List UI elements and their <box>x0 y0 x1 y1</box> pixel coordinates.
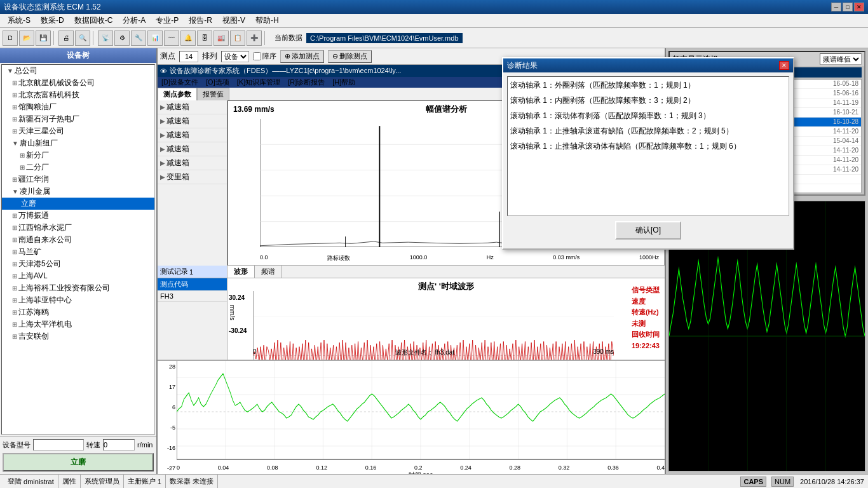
waveform-title: 测点' '时域波形 <box>227 278 665 292</box>
file-date: 14-11-20 <box>833 156 858 164</box>
db-btn[interactable]: 🗄 <box>197 30 212 46</box>
tree-item-21[interactable]: ⊞ 上海太平洋机电 <box>2 318 154 330</box>
tree-item-11[interactable]: 立磨 <box>2 198 154 210</box>
tree-item-2[interactable]: ⊞ 北京杰富精机科技 <box>2 89 154 101</box>
tree-item-22[interactable]: ⊞ 吉安联创 <box>2 330 154 342</box>
menu-report[interactable]: 报告-R <box>184 14 217 27</box>
file-date: 14-11-20 <box>833 147 858 154</box>
del-point-btn[interactable]: ⊖ 删除测点 <box>328 50 372 63</box>
tree-item-7[interactable]: ⊞ 新分厂 <box>2 149 154 161</box>
y-tick-5: -27 <box>159 465 175 471</box>
menu-analysis[interactable]: 分析-A <box>118 14 151 27</box>
fdes-menu-device[interactable]: [D]设备文件 <box>158 77 202 88</box>
tree-item-8[interactable]: ⊞ 二分厂 <box>2 161 154 173</box>
expert-btn[interactable]: 🏭 <box>214 30 229 46</box>
close-btn[interactable]: ✕ <box>854 3 864 11</box>
tab-param[interactable]: 测点参数 <box>158 88 197 100</box>
tree-item-19[interactable]: ⊞ 上海菲亚特中心 <box>2 294 154 306</box>
dialog-close-btn[interactable]: ✕ <box>779 61 789 70</box>
diagnosis-item-4: 滚动轴承 1：止推轴承滚动体有缺陷（匹配故障频率数：1；规则 6） <box>510 140 786 152</box>
device-label: 减速箱 <box>166 130 189 140</box>
menu-system[interactable]: 系统-S <box>3 14 36 27</box>
file-date: 16-05-18 <box>833 80 858 88</box>
new-btn[interactable]: 🗋 <box>3 30 18 46</box>
fdes-menu-report[interactable]: [R]诊断报告 <box>284 77 329 88</box>
time-chart: 28 17 6 -5 -16 -27 <box>158 360 665 474</box>
minimize-btn[interactable]: ─ <box>831 3 841 11</box>
tree-item-18[interactable]: ⊞ 上海裕科工业投资有限公司 <box>2 282 154 294</box>
tree-item-20[interactable]: ⊞ 江苏海鸥 <box>2 306 154 318</box>
tree-item-9[interactable]: ⊞ 疆江华润 <box>2 173 154 186</box>
chart-btn[interactable]: 📊 <box>147 30 163 46</box>
config-btn[interactable]: 🔧 <box>131 30 146 46</box>
tree-item-13[interactable]: ⊞ 江西锦承水泥厂 <box>2 222 154 234</box>
sort-select[interactable]: 设备 测点 <box>221 51 249 62</box>
sep1 <box>53 31 56 45</box>
tree-item-5[interactable]: ⊞ 天津三星公司 <box>2 125 154 137</box>
freq-select[interactable]: 频谱峰值 全部频率 <box>820 53 862 65</box>
tree-label: 北京杰富精机科技 <box>18 90 79 100</box>
tree-item-10[interactable]: ▼ 凌川金属 <box>2 186 154 198</box>
menu-datarecovery[interactable]: 数据回收-C <box>69 14 118 27</box>
measure-list-item-1[interactable]: FH3 <box>158 291 227 302</box>
x-1: 0.04 <box>218 464 229 471</box>
fdes-menu-kb[interactable]: [K]知识库管理 <box>233 77 284 88</box>
device-row-4[interactable]: ▶ 减速箱 <box>158 156 227 170</box>
device-row-0[interactable]: ▶ 减速箱 <box>158 100 227 114</box>
add-icon: ⊕ <box>285 52 290 60</box>
preview-btn[interactable]: 🔍 <box>75 30 90 46</box>
fdes-menu-help[interactable]: [H]帮助 <box>329 77 359 88</box>
signal-time-value: 19:22:43 <box>632 341 660 352</box>
device-btn[interactable]: ⚙ <box>114 30 130 46</box>
speed-label: 转速 <box>86 440 100 450</box>
tree-item-3[interactable]: ⊞ 馆陶粮油厂 <box>2 101 154 113</box>
device-row-5[interactable]: ▶ 变里箱 <box>158 170 227 184</box>
menu-help[interactable]: 帮助-H <box>250 14 284 27</box>
tree-item-15[interactable]: ⊞ 马兰矿 <box>2 246 154 258</box>
dialog-confirm-btn[interactable]: 确认[O] <box>615 221 681 240</box>
fault-checkbox[interactable] <box>253 52 261 60</box>
measure-list-item-0[interactable]: 测点代码 <box>158 278 227 291</box>
report-btn[interactable]: 📋 <box>230 30 245 46</box>
device-type-input[interactable] <box>33 439 84 451</box>
x-6: 0.24 <box>460 464 471 471</box>
tree-item-6[interactable]: ▼ 唐山新纽厂 <box>2 137 154 149</box>
y-unit-label: mm/s <box>229 305 236 320</box>
collect-btn[interactable]: 📡 <box>98 30 113 46</box>
tree-item-4[interactable]: ⊞ 新疆石河子热电厂 <box>2 113 154 125</box>
tab-alarm[interactable]: 报警值 <box>197 88 229 100</box>
tab-waveform[interactable]: 波形 <box>227 266 255 278</box>
tree-label: 上海太平洋机电 <box>18 319 72 330</box>
tree-item-root[interactable]: ▼ 总公司 <box>2 65 154 77</box>
tree-label: 南通自来水公司 <box>18 234 72 245</box>
tab-spectrum[interactable]: 频谱 <box>255 266 282 278</box>
current-data-label: 当前数据 <box>275 33 302 43</box>
tree-item-12[interactable]: ⊞ 万博振通 <box>2 210 154 222</box>
tree-item-17[interactable]: ⊞ 上海AVL <box>2 270 154 282</box>
print-btn[interactable]: 🖨 <box>58 30 74 46</box>
tree-label: 上海菲亚特中心 <box>18 295 72 306</box>
selected-device-btn[interactable]: 立磨 <box>3 453 154 471</box>
tree-item-1[interactable]: ⊞ 北京航星机械设备公司 <box>2 77 154 89</box>
spectrum-value: 13.69 mm/s <box>233 105 275 114</box>
device-row-2[interactable]: ▶ 减速箱 <box>158 128 227 142</box>
add-point-btn[interactable]: ⊕ 添加测点 <box>280 50 324 63</box>
tree-item-16[interactable]: ⊞ 天津港5公司 <box>2 258 154 270</box>
menu-view[interactable]: 视图-V <box>217 14 250 27</box>
restore-btn[interactable]: □ <box>843 3 853 11</box>
wave-btn[interactable]: 〰 <box>164 30 179 46</box>
open-btn[interactable]: 📂 <box>19 30 34 46</box>
alarm-btn[interactable]: 🔔 <box>180 30 196 46</box>
menu-professional[interactable]: 专业-P <box>151 14 184 27</box>
menu-datacollect[interactable]: 数采-D <box>36 14 69 27</box>
fdes-menu-options[interactable]: [O]选项 <box>202 77 233 88</box>
device-row-3[interactable]: ▶ 减速箱 <box>158 142 227 156</box>
save-btn[interactable]: 💾 <box>36 30 51 46</box>
tree-item-14[interactable]: ⊞ 南通自来水公司 <box>2 234 154 246</box>
device-row-1[interactable]: ▶ 减速箱 <box>158 114 227 128</box>
extra-btn[interactable]: ➕ <box>247 30 262 46</box>
app-title: 设备状态监测系统 ECM 1.52 <box>4 2 101 13</box>
point-input[interactable] <box>179 51 198 62</box>
tree-label: 吉安联创 <box>18 331 49 342</box>
speed-input[interactable] <box>103 439 135 451</box>
